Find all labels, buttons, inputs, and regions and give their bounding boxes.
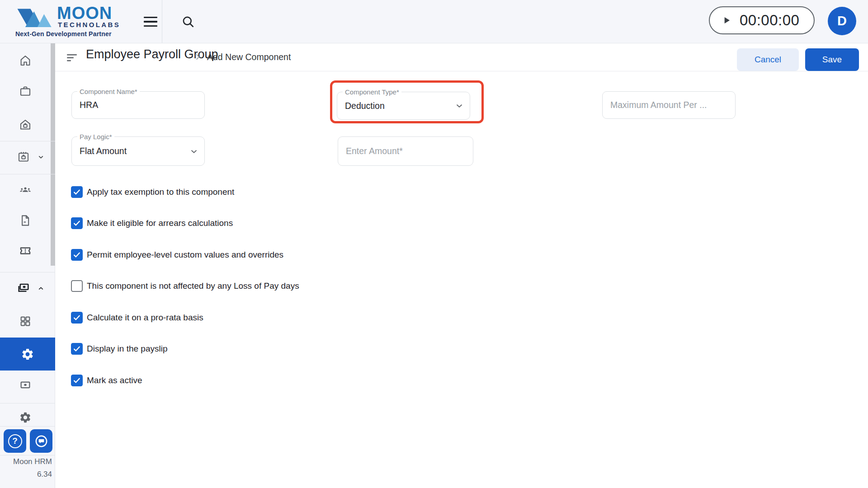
app-version: 6.34 — [37, 470, 52, 479]
sidebar-item-attendance[interactable] — [0, 150, 51, 164]
app-name: Moon HRM — [13, 457, 52, 466]
check-icon — [72, 344, 81, 353]
component-name-field[interactable]: Component Name* — [71, 91, 205, 119]
checkbox-pro-rata[interactable] — [71, 312, 83, 324]
checkbox-tax-exemption[interactable] — [71, 186, 83, 198]
component-type-select[interactable]: Component Type* Deduction — [337, 92, 470, 120]
home-icon — [19, 54, 32, 67]
feedback-button[interactable] — [30, 429, 52, 453]
breadcrumb-current: Add New Component — [207, 52, 291, 62]
payroll-banknote-icon — [17, 282, 30, 295]
feedback-chat-icon — [33, 433, 49, 449]
brand-subname: TECHNOLABS — [58, 21, 120, 28]
checkbox-row: Display in the payslip — [71, 343, 167, 355]
help-icon: ? — [8, 434, 22, 448]
chevron-down-icon[interactable] — [454, 101, 464, 111]
timer-value: 00:00:00 — [740, 12, 799, 29]
sidebar-item-payroll[interactable] — [0, 282, 51, 295]
chevron-down-icon[interactable] — [189, 146, 199, 156]
question-mark-glyph: ? — [12, 436, 18, 446]
chevron-right-icon — [193, 52, 203, 62]
checkbox-row: Permit employee-level custom values and … — [71, 249, 283, 261]
sidebar-item-payments[interactable] — [0, 379, 51, 392]
checkbox-label: Apply tax exemption to this component — [87, 187, 234, 197]
brand-logo[interactable]: MOON TECHNOLABS Next-Gen Development Par… — [0, 0, 162, 43]
checkbox-display-payslip[interactable] — [71, 343, 83, 355]
sidebar-item-settings[interactable] — [0, 411, 51, 424]
check-icon — [72, 250, 81, 259]
checkbox-row: Calculate it on a pro-rata basis — [71, 312, 203, 324]
check-icon — [72, 313, 81, 322]
checkbox-label: Make it eligible for arrears calculation… — [87, 218, 233, 228]
people-icon — [19, 183, 32, 197]
sidebar-item-work-from-home[interactable] — [0, 118, 51, 131]
sidebar-item-documents[interactable] — [0, 214, 51, 227]
ticket-icon — [19, 244, 32, 258]
divider — [0, 272, 55, 272]
chevron-down-icon[interactable] — [37, 153, 45, 161]
pay-logic-select[interactable]: Pay Logic* Flat Amount — [71, 136, 205, 166]
checkbox-label: Permit employee-level custom values and … — [87, 250, 283, 260]
checkbox-row: Mark as active — [71, 375, 142, 386]
checkbox-label: Calculate it on a pro-rata basis — [87, 313, 203, 323]
component-name-input[interactable] — [80, 92, 189, 118]
chevron-up-icon[interactable] — [37, 285, 45, 292]
check-icon — [72, 188, 81, 197]
checkbox-custom-overrides[interactable] — [71, 249, 83, 261]
briefcase-icon — [19, 84, 32, 98]
user-avatar[interactable]: D — [828, 7, 856, 35]
checkbox-label: Mark as active — [87, 375, 142, 385]
check-icon — [72, 219, 81, 228]
sidebar-item-tickets[interactable] — [0, 244, 51, 258]
divider — [0, 426, 55, 427]
enter-amount-input[interactable] — [346, 137, 458, 165]
document-icon — [19, 214, 32, 227]
sidebar-item-employees[interactable] — [0, 183, 51, 197]
divider — [0, 141, 55, 141]
top-bar: MOON TECHNOLABS Next-Gen Development Par… — [0, 0, 868, 43]
sidebar-item-payroll-dashboard[interactable] — [0, 315, 51, 328]
check-icon — [72, 376, 81, 385]
search-icon[interactable] — [180, 14, 196, 29]
sidebar-item-jobs[interactable] — [0, 84, 51, 98]
moon-technolabs-logo-icon — [16, 4, 56, 28]
pay-logic-value: Flat Amount — [80, 137, 127, 165]
component-type-value: Deduction — [345, 92, 385, 119]
checkbox-label: This component is not affected by any Lo… — [87, 281, 299, 291]
settings-gear-icon — [21, 347, 34, 361]
divider — [0, 455, 55, 455]
avatar-initial: D — [837, 14, 847, 28]
brand-tagline: Next-Gen Development Partner — [15, 30, 112, 38]
maximum-amount-input[interactable] — [610, 92, 720, 118]
sidebar-scrollbar[interactable] — [51, 43, 55, 266]
sidebar-item-payroll-settings-active[interactable] — [0, 338, 55, 371]
divider — [0, 403, 55, 404]
dashboard-grid-icon — [19, 315, 32, 328]
sidebar: ? Moon HRM 6.34 — [0, 43, 55, 488]
checkbox-row: Make it eligible for arrears calculation… — [71, 217, 233, 229]
sidebar-item-home[interactable] — [0, 54, 51, 67]
maximum-amount-field[interactable] — [602, 91, 736, 119]
cancel-button[interactable]: Cancel — [737, 48, 799, 71]
time-tracker-widget[interactable]: 00:00:00 — [709, 6, 815, 34]
filter-list-icon[interactable] — [67, 54, 78, 62]
calendar-briefcase-icon — [17, 150, 30, 164]
save-button[interactable]: Save — [805, 48, 859, 71]
enter-amount-field[interactable] — [338, 136, 473, 166]
brand-name: MOON — [57, 4, 112, 23]
checkbox-arrears[interactable] — [71, 217, 83, 229]
home-office-icon — [19, 118, 32, 131]
hamburger-menu-icon[interactable] — [144, 17, 157, 27]
help-button[interactable]: ? — [4, 429, 26, 453]
checkbox-row: This component is not affected by any Lo… — [71, 280, 299, 292]
checkbox-loss-of-pay[interactable] — [71, 280, 83, 292]
play-icon[interactable] — [721, 14, 732, 26]
divider — [0, 174, 55, 174]
banknote-icon — [19, 379, 32, 392]
checkbox-mark-active[interactable] — [71, 375, 83, 386]
checkbox-row: Apply tax exemption to this component — [71, 186, 234, 198]
checkbox-label: Display in the payslip — [87, 344, 167, 354]
gear-icon — [19, 411, 32, 424]
